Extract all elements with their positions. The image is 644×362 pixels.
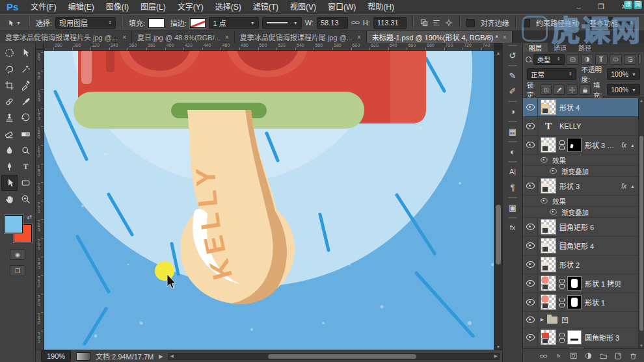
close-tab-icon[interactable]: × [122,34,126,41]
swatches-panel-icon[interactable]: ▦ [503,123,522,139]
brush-tool[interactable] [18,94,34,110]
foreground-color-swatch[interactable] [5,215,23,233]
spot-healing-tool[interactable] [1,94,18,110]
lock-transparent-pixels-icon[interactable] [541,84,552,95]
layer-visibility-toggle[interactable] [523,293,538,311]
constrain-path-checkbox[interactable] [522,19,530,27]
maximize-button[interactable]: ❐ [598,3,604,11]
layer-comps-panel-icon[interactable]: ▣ [503,200,522,215]
height-field[interactable]: 113.31 [373,17,407,29]
zoom-tool[interactable] [18,191,34,207]
rectangle-tool[interactable] [18,175,34,191]
menu-item[interactable]: 视图(V) [284,0,322,14]
layer-row[interactable]: 形状 2 [523,255,644,274]
panel-tab-2[interactable]: 路径 [572,43,597,52]
layer-thumbnail[interactable] [541,178,556,194]
type-tool[interactable]: T [18,159,34,175]
layer-visibility-toggle[interactable] [523,177,538,195]
paragraph-panel-icon[interactable]: ¶ [503,179,522,195]
document-tab[interactable]: 夏季冰品促销海报课程片头.jpg @...× [0,31,132,43]
lasso-tool[interactable] [1,61,18,77]
layer-style-icon[interactable]: fx [554,352,563,360]
layer-thumbnail[interactable] [541,99,556,115]
elliptical-marquee-tool[interactable] [1,45,18,61]
filter-shape-layers-icon[interactable] [610,54,622,65]
layer-row[interactable]: 形状 1 [523,293,644,312]
layer-fx-badge[interactable]: fx [621,142,626,149]
layer-row[interactable]: 形状 3fx▲ [523,177,644,196]
menu-item[interactable]: 图像(I) [100,0,135,14]
dock-group-grip[interactable] [508,217,517,218]
layer-visibility-toggle[interactable] [523,117,538,135]
layer-thumbnail[interactable] [541,219,556,235]
menu-item[interactable]: 文件(F) [25,0,62,14]
blur-tool[interactable] [1,142,18,159]
menu-item[interactable]: 窗口(W) [322,0,362,14]
history-brush-tool[interactable] [18,110,34,126]
group-expand-arrow-icon[interactable]: ▶ [538,317,546,322]
canvas-viewport[interactable]: KELLY [44,50,494,350]
dock-group-grip[interactable] [508,65,517,66]
stroke-width-dropdown[interactable]: 1 点 ▼ [209,17,258,29]
layer-row[interactable]: 圆角矩形 3 [523,328,644,347]
collapse-effects-icon[interactable]: ▲ [630,184,635,188]
path-alignment-icon[interactable] [432,18,441,27]
text-layer-thumbnail[interactable]: T [541,118,556,134]
layer-row[interactable]: 圆角矩形 6 [523,218,644,237]
layer-mask-thumbnail[interactable] [567,295,582,309]
filter-type-layers-icon[interactable]: T [595,54,608,65]
fill-swatch[interactable] [148,18,165,28]
vertical-scrollbar-thumb[interactable] [496,205,501,265]
layer-row[interactable]: TKELLY [523,117,644,136]
adjustment-layer-icon[interactable] [584,352,593,360]
lock-position-icon[interactable] [567,84,578,95]
horizontal-ruler[interactable]: 2803003203403603804004204404604805005205… [44,43,494,51]
eraser-tool[interactable] [1,126,18,142]
opacity-field[interactable]: 100% ▼ [607,68,640,80]
link-layers-icon[interactable] [539,352,548,360]
add-layer-mask-icon[interactable] [569,352,578,360]
layer-mask-thumbnail[interactable] [567,330,582,344]
menu-item[interactable]: 滤镜(T) [247,0,284,14]
layer-mask-thumbnail[interactable] [567,138,582,152]
horizontal-scrollbar-thumb[interactable] [268,354,416,359]
menu-item[interactable]: 编辑(E) [62,0,100,14]
menu-item[interactable]: 帮助(H) [362,0,400,14]
clone-stamp-tool[interactable] [1,110,18,126]
layer-effect-row[interactable]: 渐变叠加 [523,166,644,177]
path-selection-tool[interactable] [1,175,18,191]
lock-image-pixels-icon[interactable] [554,84,565,95]
dodge-tool[interactable] [18,142,34,159]
status-flyout-arrow-icon[interactable]: ▶ [159,354,163,359]
tool-presets-panel-icon[interactable]: ✐ [503,83,522,99]
magic-wand-tool[interactable] [18,61,34,77]
layer-row[interactable]: 圆角矩形 4 [523,237,644,255]
panel-tab-1[interactable]: 通道 [548,43,572,52]
move-tool[interactable] [18,45,34,61]
delete-layer-icon[interactable] [629,352,637,360]
blend-mode-dropdown[interactable]: 正常 ⇕ [527,68,576,80]
vertical-scrollbar[interactable]: ▲ ▼ [494,50,502,350]
layer-visibility-toggle[interactable] [523,347,538,348]
layers-scrollbar[interactable]: ▲ ▼ [638,98,644,348]
layer-thumbnail[interactable] [541,137,556,153]
layer-row[interactable]: 形状 3 拷贝fx▲ [523,136,644,155]
filter-toggle-switch[interactable] [638,54,641,64]
scroll-left-icon[interactable]: ◀ [170,354,173,359]
layer-visibility-toggle[interactable] [523,218,538,236]
filter-smart-objects-icon[interactable] [624,54,636,65]
menu-item[interactable]: 图层(L) [135,0,172,14]
vertical-ruler[interactable]: 6080100120140160180200220240260280300320… [36,50,44,350]
layer-row[interactable]: 形状 4 [523,98,644,117]
path-arrangement-icon[interactable] [444,18,453,27]
menu-item[interactable]: 文字(Y) [172,0,209,14]
pen-tool[interactable] [1,159,18,175]
new-group-icon[interactable] [599,352,608,360]
ruler-origin-corner[interactable] [36,43,44,50]
scroll-up-icon[interactable]: ▲ [494,51,502,55]
layer-thumbnail[interactable] [541,257,556,272]
document-tab[interactable]: 未标题-1.psd @ 190%(形状 4, RGB/8) *× [367,31,513,43]
layer-visibility-toggle[interactable] [523,312,538,328]
collapse-effects-icon[interactable]: ▲ [630,143,635,148]
layer-row[interactable]: 形状 1 拷贝 [523,274,644,293]
